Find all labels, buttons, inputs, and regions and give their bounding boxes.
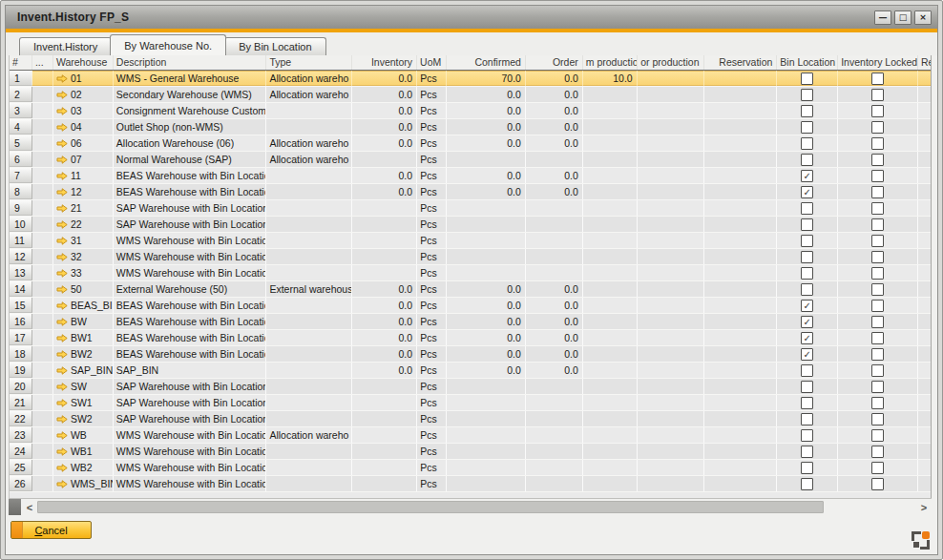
link-arrow-icon[interactable]: [56, 139, 68, 148]
bin-location-checkbox[interactable]: [801, 283, 813, 296]
table-row[interactable]: 404Outlet Shop (non-WMS)0.0Pcs0.00.0: [10, 119, 931, 135]
bin-location-checkbox[interactable]: [801, 462, 813, 474]
col-header-rownum[interactable]: #: [10, 55, 32, 70]
table-row[interactable]: 506Allocation Warehouse (06)Allocation w…: [10, 135, 931, 152]
col-header-confirmed[interactable]: Confirmed: [447, 55, 526, 70]
table-row[interactable]: 15BEAS_BINBEAS Warehouse with Bin Locati…: [10, 298, 931, 314]
link-arrow-icon[interactable]: [56, 383, 68, 391]
link-arrow-icon[interactable]: [56, 269, 68, 278]
inventory-locked-checkbox[interactable]: [871, 186, 884, 198]
link-arrow-icon[interactable]: [56, 447, 68, 456]
link-arrow-icon[interactable]: [56, 334, 68, 342]
tab-by-warehouse-no[interactable]: By Warehouse No.: [110, 34, 226, 55]
row-number-cell[interactable]: 19: [10, 363, 32, 378]
table-row[interactable]: 1333WMS Warehouse with Bin LocationPcs: [10, 265, 931, 281]
row-number-cell[interactable]: 21: [10, 395, 32, 410]
inventory-locked-checkbox[interactable]: [871, 105, 884, 117]
link-arrow-icon[interactable]: [56, 415, 68, 424]
bin-location-checkbox[interactable]: ✓: [801, 186, 813, 198]
bin-location-checkbox[interactable]: [801, 446, 813, 458]
inventory-locked-checkbox[interactable]: [871, 218, 884, 231]
inventory-locked-checkbox[interactable]: [871, 73, 884, 85]
link-arrow-icon[interactable]: [56, 237, 68, 245]
inventory-locked-checkbox[interactable]: [871, 332, 884, 344]
scrollbar-thumb[interactable]: [37, 501, 824, 513]
inventory-locked-checkbox[interactable]: [871, 462, 884, 474]
scroll-left-icon[interactable]: <: [22, 499, 37, 515]
tab-by-bin-location[interactable]: By Bin Location: [224, 37, 325, 55]
col-header-description[interactable]: Description: [114, 55, 267, 70]
row-number-cell[interactable]: 24: [10, 444, 32, 459]
link-arrow-icon[interactable]: [56, 220, 68, 229]
minimize-icon[interactable]: —: [874, 10, 891, 25]
inventory-locked-checkbox[interactable]: [871, 202, 884, 215]
table-row[interactable]: 24WB1WMS Warehouse with Bin LocationPcs: [10, 444, 931, 460]
row-number-cell[interactable]: 17: [10, 330, 32, 345]
col-header-uom[interactable]: UoM: [417, 55, 447, 70]
table-row[interactable]: 22SW2SAP Warehouse with Bin LocationsPcs: [10, 411, 931, 427]
bin-location-checkbox[interactable]: [801, 478, 813, 490]
table-row[interactable]: 1131WMS Warehouse with Bin LocationPcs: [10, 233, 931, 249]
row-number-cell[interactable]: 7: [10, 168, 32, 183]
link-arrow-icon[interactable]: [56, 107, 68, 115]
table-row[interactable]: 18BW2BEAS Warehouse with Bin Location0.0…: [10, 346, 931, 363]
table-row[interactable]: 711BEAS Warehouse with Bin Location0.0Pc…: [10, 168, 931, 184]
row-number-cell[interactable]: 12: [10, 249, 32, 264]
row-number-cell[interactable]: 11: [10, 233, 32, 248]
col-header-or-production[interactable]: or production: [638, 55, 704, 70]
title-bar[interactable]: Invent.History FP_S — □ ×: [6, 6, 937, 29]
link-arrow-icon[interactable]: [56, 301, 68, 310]
inventory-locked-checkbox[interactable]: [871, 89, 884, 101]
col-header-type[interactable]: Type: [266, 55, 352, 70]
row-number-cell[interactable]: 25: [10, 460, 32, 475]
link-arrow-icon[interactable]: [56, 480, 68, 488]
row-number-cell[interactable]: 20: [10, 379, 32, 394]
row-number-cell[interactable]: 4: [10, 119, 32, 135]
row-number-cell[interactable]: 23: [10, 427, 32, 443]
table-row[interactable]: 101WMS - General WarehouseAllocation war…: [10, 71, 931, 87]
table-row[interactable]: 607Normal Warehouse (SAP)Allocation ware…: [10, 152, 931, 168]
bin-location-checkbox[interactable]: [801, 429, 813, 442]
close-icon[interactable]: ×: [914, 10, 932, 25]
link-arrow-icon[interactable]: [56, 464, 68, 472]
row-number-cell[interactable]: 10: [10, 217, 32, 232]
inventory-locked-checkbox[interactable]: [871, 170, 884, 182]
scroll-right-icon[interactable]: >: [916, 499, 932, 515]
row-number-cell[interactable]: 2: [10, 87, 32, 102]
link-arrow-icon[interactable]: [56, 91, 68, 99]
row-number-cell[interactable]: 18: [10, 346, 32, 362]
row-number-cell[interactable]: 13: [10, 265, 32, 280]
bin-location-checkbox[interactable]: [801, 397, 813, 409]
inventory-locked-checkbox[interactable]: [871, 364, 884, 377]
inventory-locked-checkbox[interactable]: [871, 121, 884, 134]
inventory-locked-checkbox[interactable]: [871, 413, 884, 425]
inventory-locked-checkbox[interactable]: [871, 381, 884, 393]
inventory-locked-checkbox[interactable]: [871, 397, 884, 409]
row-number-cell[interactable]: 15: [10, 298, 32, 313]
cancel-button[interactable]: Cancel: [10, 521, 92, 539]
link-arrow-icon[interactable]: [56, 318, 68, 326]
inventory-locked-checkbox[interactable]: [871, 478, 884, 490]
inventory-locked-checkbox[interactable]: [871, 267, 884, 280]
col-header-order[interactable]: Order: [526, 55, 583, 70]
table-row[interactable]: 812BEAS Warehouse with Bin Location0.0Pc…: [10, 184, 931, 200]
row-number-cell[interactable]: 5: [10, 135, 32, 151]
bin-location-checkbox[interactable]: [801, 381, 813, 393]
link-arrow-icon[interactable]: [56, 156, 68, 164]
bin-location-checkbox[interactable]: [801, 154, 813, 166]
table-row[interactable]: 26WMS_BINWMS Warehouse with Bin Location…: [10, 476, 931, 492]
col-header-dots[interactable]: ...: [32, 55, 53, 70]
inventory-locked-checkbox[interactable]: [871, 300, 884, 312]
inventory-locked-checkbox[interactable]: [871, 137, 884, 150]
inventory-locked-checkbox[interactable]: [871, 283, 884, 296]
horizontal-scrollbar[interactable]: < >: [9, 498, 932, 515]
bin-location-checkbox[interactable]: [801, 202, 813, 215]
col-header-reservation[interactable]: Reservation: [704, 55, 778, 70]
bin-location-checkbox[interactable]: [801, 105, 813, 117]
link-arrow-icon[interactable]: [56, 253, 68, 261]
col-header-inventory[interactable]: Inventory: [352, 55, 417, 70]
row-number-cell[interactable]: 8: [10, 184, 32, 199]
row-number-cell[interactable]: 22: [10, 411, 32, 426]
bin-location-checkbox[interactable]: [801, 73, 813, 85]
inventory-locked-checkbox[interactable]: [871, 251, 884, 263]
